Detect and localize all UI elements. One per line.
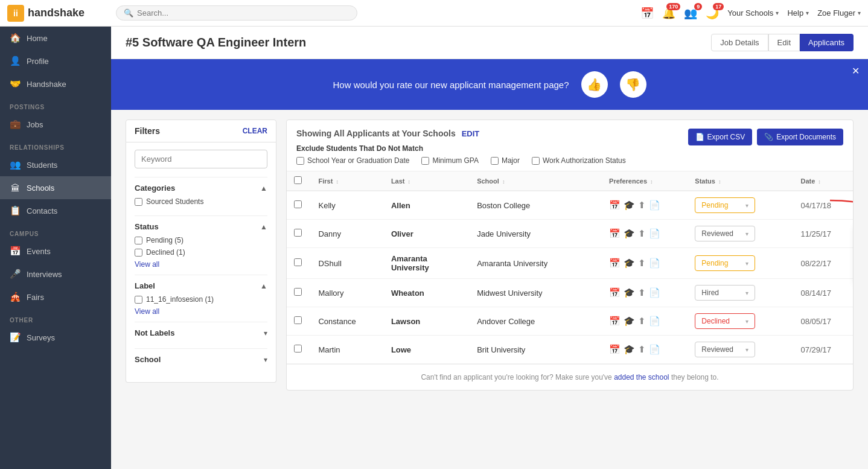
sourced-students-option[interactable]: Sourced Students [135, 197, 267, 206]
clear-filters-button[interactable]: CLEAR [243, 127, 267, 135]
pref-up-icon-3[interactable]: ⬆ [638, 287, 646, 298]
banner-close-icon[interactable]: ✕ [852, 65, 860, 77]
pref-doc-icon-3[interactable]: 📄 [649, 287, 660, 298]
status-btn-0[interactable]: Pending ▾ [695, 197, 755, 213]
pref-grad-icon-0[interactable]: 🎓 [624, 200, 635, 211]
export-docs-button[interactable]: 📎 Export Documents [757, 129, 843, 145]
declined-filter-option[interactable]: Declined (1) [135, 248, 267, 257]
edit-link[interactable]: EDIT [462, 129, 480, 138]
pref-cal-icon-3[interactable]: 📅 [609, 287, 621, 298]
pref-doc-icon-2[interactable]: 📄 [649, 258, 660, 269]
pref-grad-icon-2[interactable]: 🎓 [624, 258, 635, 269]
user-dropdown[interactable]: Zoe Fluger ▾ [817, 8, 861, 18]
status-view-all[interactable]: View all [135, 260, 267, 269]
users-icon-btn[interactable]: 👥 9 [684, 7, 697, 20]
exclude-work-auth-checkbox[interactable] [532, 157, 540, 165]
exclude-major-checkbox[interactable] [491, 157, 499, 165]
row-checkbox-5[interactable] [294, 345, 302, 353]
status-btn-4[interactable]: Declined ▾ [695, 313, 755, 329]
search-input[interactable] [137, 8, 349, 18]
label-view-all[interactable]: View all [135, 307, 267, 316]
sidebar-item-home[interactable]: 🏠Home [0, 27, 111, 49]
exclude-work-auth[interactable]: Work Authorization Status [532, 156, 626, 165]
status-section-header[interactable]: Status ▲ [135, 222, 267, 231]
row-checkbox-0[interactable] [294, 200, 302, 208]
col-header-date[interactable]: Date ↕ [793, 171, 853, 191]
sidebar-item-handshake[interactable]: 🤝Handshake [0, 72, 111, 95]
pref-up-icon-2[interactable]: ⬆ [638, 258, 646, 269]
not-labels-header[interactable]: Not Labels ▾ [135, 328, 267, 337]
sidebar-item-profile[interactable]: 👤Profile [0, 49, 111, 72]
sidebar-item-jobs[interactable]: 💼Jobs [0, 113, 111, 136]
pref-cal-icon-0[interactable]: 📅 [609, 200, 621, 211]
exclude-major[interactable]: Major [491, 156, 520, 165]
pref-cal-icon-4[interactable]: 📅 [609, 316, 621, 327]
added-the-school-link[interactable]: added the school [614, 373, 669, 381]
pref-cal-icon-2[interactable]: 📅 [609, 258, 621, 269]
pref-grad-icon-5[interactable]: 🎓 [624, 344, 635, 355]
exclude-school-year-checkbox[interactable] [296, 157, 304, 165]
pref-up-icon-4[interactable]: ⬆ [638, 316, 646, 327]
infosession-label-option[interactable]: 11_16_infosesion (1) [135, 295, 267, 304]
pref-up-icon-0[interactable]: ⬆ [638, 200, 646, 211]
school-section-header[interactable]: School ▾ [135, 355, 267, 364]
pref-grad-icon-1[interactable]: 🎓 [624, 228, 635, 239]
bell-icon-btn[interactable]: 🔔 170 [662, 7, 675, 20]
header-tab-edit[interactable]: Edit [768, 34, 800, 51]
exclude-min-gpa[interactable]: Minimum GPA [421, 156, 478, 165]
sidebar-item-surveys[interactable]: 📝Surveys [0, 326, 111, 349]
sidebar-item-fairs[interactable]: 🎪Fairs [0, 286, 111, 308]
infosession-checkbox[interactable] [135, 296, 142, 304]
sidebar-item-events[interactable]: 📅Events [0, 240, 111, 263]
pref-doc-icon-0[interactable]: 📄 [649, 200, 660, 211]
col-header-school[interactable]: School ↕ [470, 171, 602, 191]
sourced-students-checkbox[interactable] [135, 198, 142, 206]
col-header-last[interactable]: Last ↕ [384, 171, 470, 191]
row-checkbox-1[interactable] [294, 229, 302, 237]
sidebar-item-contacts[interactable]: 📋Contacts [0, 199, 111, 222]
help-dropdown[interactable]: Help ▾ [787, 8, 809, 18]
your-schools-dropdown[interactable]: Your Schools ▾ [727, 8, 779, 18]
pref-grad-icon-3[interactable]: 🎓 [624, 287, 635, 298]
pref-cal-icon-1[interactable]: 📅 [609, 228, 621, 239]
pref-up-icon-5[interactable]: ⬆ [638, 344, 646, 355]
status-btn-2[interactable]: Pending ▾ [695, 255, 755, 271]
col-header-preferences[interactable]: Preferences ↕ [602, 171, 688, 191]
search-bar[interactable]: 🔍 [116, 5, 357, 21]
exclude-school-year[interactable]: School Year or Graduation Date [296, 156, 409, 165]
thumbsup-button[interactable]: 👍 [581, 71, 608, 98]
col-header-first[interactable]: First ↕ [311, 171, 383, 191]
keyword-input[interactable] [135, 150, 267, 168]
export-csv-button[interactable]: 📄 Export CSV [688, 129, 753, 145]
table-row: DShull Amaranta University Amaranta Univ… [287, 248, 853, 279]
pref-cal-icon-5[interactable]: 📅 [609, 344, 621, 355]
header-tab-applicants[interactable]: Applicants [800, 34, 854, 51]
row-checkbox-4[interactable] [294, 316, 302, 324]
header-tab-job-details[interactable]: Job Details [711, 34, 768, 51]
row-checkbox-3[interactable] [294, 288, 302, 296]
exclude-min-gpa-checkbox[interactable] [421, 157, 429, 165]
pref-grad-icon-4[interactable]: 🎓 [624, 316, 635, 327]
pref-doc-icon-1[interactable]: 📄 [649, 228, 660, 239]
row-checkbox-2[interactable] [294, 258, 302, 266]
pending-checkbox[interactable] [135, 237, 142, 244]
thumbsdown-button[interactable]: 👎 [620, 71, 646, 98]
moon-icon-btn[interactable]: 🌙 17 [706, 7, 719, 20]
pref-doc-icon-4[interactable]: 📄 [649, 316, 660, 327]
sidebar-item-schools[interactable]: 🏛Schools [0, 176, 111, 199]
sidebar-item-interviews[interactable]: 🎤Interviews [0, 263, 111, 286]
pending-filter-option[interactable]: Pending (5) [135, 236, 267, 244]
status-btn-1[interactable]: Reviewed ▾ [695, 226, 755, 241]
logo[interactable]: ii handshake [7, 5, 110, 22]
col-header-status[interactable]: Status ↕ [688, 171, 793, 191]
declined-checkbox[interactable] [135, 249, 142, 257]
pref-up-icon-1[interactable]: ⬆ [638, 228, 646, 239]
calendar-icon-btn[interactable]: 📅 [640, 7, 654, 20]
status-btn-3[interactable]: Hired ▾ [695, 285, 755, 301]
sidebar-item-students[interactable]: 👥Students [0, 153, 111, 176]
status-btn-5[interactable]: Reviewed ▾ [695, 342, 755, 357]
pref-doc-icon-5[interactable]: 📄 [649, 344, 660, 355]
select-all-checkbox[interactable] [294, 176, 302, 184]
categories-section-header[interactable]: Categories ▲ [135, 183, 267, 193]
label-section-header[interactable]: Label ▲ [135, 281, 267, 290]
